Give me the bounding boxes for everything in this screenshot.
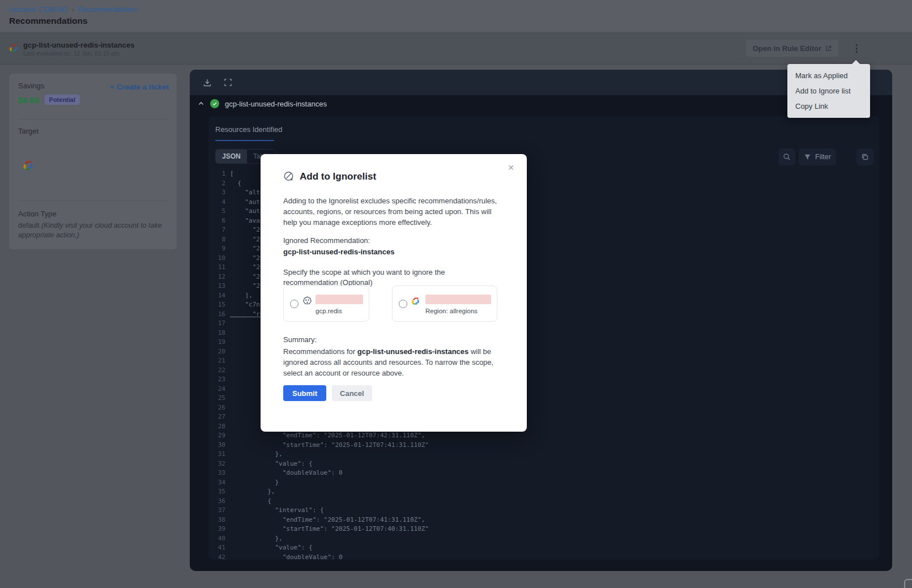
view-tab-json[interactable]: JSON [216,150,247,163]
gcp-cloud-icon [8,42,20,54]
divider [18,119,168,120]
recommendation-name: gcp-list-unused-redis-instances [23,41,134,49]
menu-item-copy-link[interactable]: Copy Link [787,99,870,114]
action-type-value: default (Kindly visit your cloud account… [18,221,164,240]
scope-label: Specify the scope at which you want to i… [283,267,500,287]
breadcrumb-separator-icon: › [72,5,74,14]
collapse-chevron-icon[interactable] [198,100,204,107]
ignored-recommendation-label: Ignored Recommendation: [283,236,370,245]
gcp-cloud-icon [22,159,36,172]
radio-region[interactable] [399,300,407,308]
menu-item-add-to-ignore-list[interactable]: Add to Ignore list [787,83,870,99]
tab-resources-identified[interactable]: Resources Identified [215,125,283,134]
ignored-recommendation-value: gcp-list-unused-redis-instances [283,248,394,256]
code-line: 42 "doubleValue": 0 [208,553,879,560]
last-evaluated-text: Last evaluated on: 12 Jan, 01:15 pm [23,50,120,57]
action-type-note: (Kindly visit your cloud account to take… [18,221,162,239]
edge-partial-icon [904,579,912,588]
savings-label: Savings [18,82,44,90]
recommendation-summary-card: Savings +Create a ticket $6.66 Potential… [9,74,177,249]
code-line: 34 } [208,478,879,488]
page-title: Recommendations [9,16,88,26]
savings-value: $6.66 [18,95,40,105]
modal-title: Add to Ignorelist [300,171,376,182]
code-line: 37 "interval": { [208,506,879,515]
success-check-icon [210,99,219,108]
modal-description: Adding to the Ignorelist excludes specif… [283,195,505,228]
top-bar: Account: CCM-NG›Recommendations Recommen… [0,0,912,32]
menu-item-mark-as-applied[interactable]: Mark as Applied [787,68,870,83]
code-line: 33 "doubleValue": 0 [208,468,879,478]
recommendation-header: gcp-list-unused-redis-instances Last eva… [0,32,912,65]
redacted-resource-id [316,295,363,304]
code-line: 36 { [208,497,879,506]
scope-option-label: gcp.redis [316,308,342,314]
code-line: 35 }, [208,487,879,497]
scope-option-label: Region: allregions [425,308,478,314]
code-line: 41 "value": { [208,543,879,553]
add-to-ignorelist-modal: ✕ Add to Ignorelist Adding to the Ignore… [261,154,527,432]
breadcrumb-recommendations-link[interactable]: Recommendations [78,6,137,14]
download-icon[interactable] [202,78,212,88]
breadcrumb-account-link[interactable]: Account: CCM-NG [9,6,68,14]
target-label: Target [18,127,39,135]
summary-text: Recommendations for gcp-list-unused-redi… [283,347,510,379]
open-rule-editor-button[interactable]: Open in Rule Editor [746,40,838,57]
cancel-button[interactable]: Cancel [332,385,372,401]
filter-button[interactable]: Filter [799,148,836,165]
scope-option-region[interactable]: Region: allregions [392,286,497,322]
breadcrumb: Account: CCM-NG›Recommendations [9,5,137,14]
resource-nodes-icon [302,296,313,306]
code-line: 30 "startTime": "2025-01-12T07:41:31.110… [208,441,879,450]
kebab-menu-icon[interactable]: ⋮ [849,40,864,56]
plus-icon: + [110,83,114,91]
code-line: 40 }, [208,534,879,544]
redacted-account-id [425,295,491,304]
close-icon[interactable]: ✕ [508,163,514,172]
code-line: 32 "value": { [208,459,879,469]
code-line: 38 "endTime": "2025-01-12T07:41:31.110Z"… [208,515,879,525]
action-type-label: Action Type [18,210,57,218]
submit-button[interactable]: Submit [283,385,326,401]
radio-resource[interactable] [290,300,299,308]
panel-toolbar [190,70,892,95]
external-link-icon [825,45,832,52]
copy-icon[interactable] [856,148,873,165]
savings-potential-badge: Potential [45,95,80,105]
gcp-cloud-icon [411,296,421,306]
filter-icon [804,154,811,161]
scope-option-resource[interactable]: gcp.redis [283,286,369,322]
create-ticket-button[interactable]: +Create a ticket [110,83,169,91]
fullscreen-icon[interactable] [223,78,233,88]
code-line: 29 "endTime": "2025-01-12T07:42:31.110Z"… [208,431,879,441]
search-button[interactable] [778,148,795,165]
code-line: 31 }, [208,450,879,459]
code-line: 39 "startTime": "2025-01-12T07:40:31.110… [208,525,879,534]
panel-recommendation-title: gcp-list-unused-redis-instances [225,100,327,108]
ignore-icon [283,171,295,182]
summary-label: Summary: [283,335,317,344]
active-tab-underline [215,140,274,141]
context-menu: Mark as Applied Add to Ignore list Copy … [787,64,870,118]
divider [18,201,168,201]
